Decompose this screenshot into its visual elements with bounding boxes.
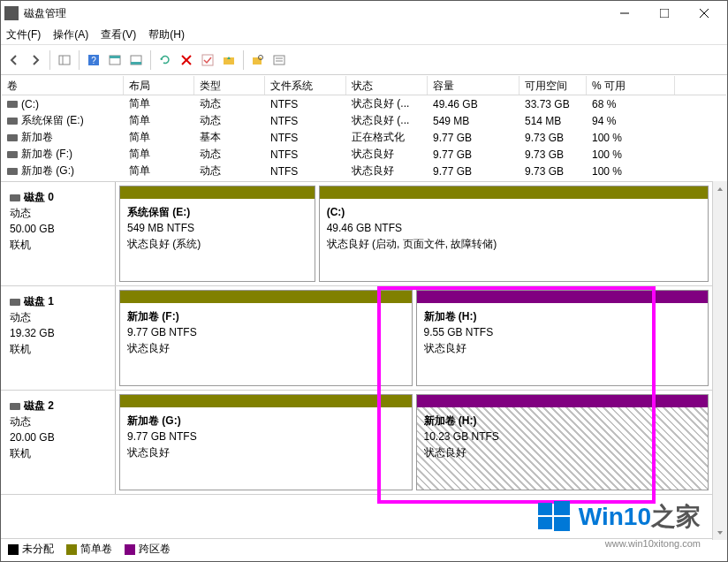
volume-color-bar [120, 291, 412, 303]
volume-color-bar [120, 186, 315, 199]
table-row[interactable]: 系统保留 (E:)简单动态NTFS状态良好 (...549 MB514 MB94… [2, 112, 726, 129]
disk-volumes: 系统保留 (E:)549 MB NTFS状态良好 (系统)(C:)49.46 G… [116, 182, 712, 285]
square-purple-icon [125, 544, 135, 555]
volume-block[interactable]: 新加卷 (H:)9.55 GB NTFS状态良好 [416, 290, 709, 386]
volume-color-bar [120, 395, 412, 407]
scroll-down-icon[interactable] [713, 525, 727, 540]
svg-rect-18 [274, 56, 284, 65]
disk-volumes: 新加卷 (G:)9.77 GB NTFS状态良好新加卷 (H:)10.23 GB… [116, 391, 712, 494]
volume-block[interactable]: 系统保留 (E:)549 MB NTFS状态良好 (系统) [119, 186, 315, 282]
svg-rect-14 [202, 55, 213, 65]
table-row[interactable]: 新加卷 (F:)简单动态NTFS状态良好9.77 GB9.73 GB100 % [2, 146, 726, 163]
table-row[interactable]: 新加卷简单基本NTFS正在格式化9.77 GB9.73 GB100 % [2, 129, 726, 146]
svg-rect-21 [538, 503, 552, 515]
volume-color-bar [320, 186, 708, 199]
forward-icon[interactable] [26, 50, 45, 70]
separator-icon [79, 50, 80, 70]
disk-row: 磁盘 1动态19.32 GB联机新加卷 (F:)9.77 GB NTFS状态良好… [1, 286, 727, 391]
disk-volumes: 新加卷 (F:)9.77 GB NTFS状态良好新加卷 (H:)9.55 GB … [116, 286, 712, 390]
folder-search-icon[interactable] [248, 50, 268, 70]
app-icon [4, 6, 19, 20]
svg-text:?: ? [91, 56, 96, 65]
volume-block[interactable]: (C:)49.46 GB NTFS状态良好 (启动, 页面文件, 故障转储) [319, 186, 709, 282]
col-free[interactable]: 可用空间 [519, 76, 587, 95]
view-bottom-icon[interactable] [126, 50, 146, 70]
volume-list: 卷 布局 类型 文件系统 状态 容量 可用空间 % 可用 (C:)简单动态NTF… [1, 75, 727, 181]
separator-icon [243, 50, 244, 70]
menu-view[interactable]: 查看(V) [101, 27, 136, 42]
volume-block[interactable]: 新加卷 (H:)10.23 GB NTFS状态良好 [416, 394, 709, 490]
legend-unallocated: 未分配 [8, 542, 54, 557]
delete-icon[interactable] [177, 50, 196, 70]
table-row[interactable]: 新加卷 (G:)简单动态NTFS状态良好9.77 GB9.73 GB100 % [2, 163, 726, 179]
svg-rect-9 [110, 56, 120, 58]
disk-row: 磁盘 2动态20.00 GB联机新加卷 (G:)9.77 GB NTFS状态良好… [1, 391, 727, 495]
menu-action[interactable]: 操作(A) [53, 27, 88, 42]
volume-color-bar [417, 291, 709, 303]
titlebar: 磁盘管理 [1, 1, 727, 26]
check-icon[interactable] [198, 50, 217, 70]
window-title: 磁盘管理 [24, 6, 604, 21]
disk-info[interactable]: 磁盘 0动态50.00 GB联机 [1, 182, 116, 285]
col-volume[interactable]: 卷 [2, 76, 124, 95]
legend-simple: 简单卷 [66, 542, 112, 557]
col-fs[interactable]: 文件系统 [265, 76, 346, 95]
col-type[interactable]: 类型 [194, 76, 265, 95]
show-hide-tree-icon[interactable] [55, 50, 74, 70]
volume-color-bar [417, 395, 709, 407]
separator-icon [49, 50, 50, 70]
col-capacity[interactable]: 容量 [428, 76, 519, 95]
volume-block[interactable]: 新加卷 (F:)9.77 GB NTFS状态良好 [119, 290, 413, 386]
scrollbar-vertical[interactable] [712, 181, 727, 540]
watermark-url: www.win10xitong.com [605, 538, 701, 549]
toolbar: ? [1, 45, 727, 75]
graphical-view: 磁盘 0动态50.00 GB联机系统保留 (E:)549 MB NTFS状态良好… [1, 181, 727, 538]
svg-rect-24 [554, 517, 570, 531]
svg-rect-22 [554, 501, 570, 515]
refresh-icon[interactable] [155, 50, 175, 70]
list-header: 卷 布局 类型 文件系统 状态 容量 可用空间 % 可用 [2, 76, 726, 95]
help-icon[interactable]: ? [84, 50, 103, 70]
table-row[interactable]: (C:)简单动态NTFS状态良好 (...49.46 GB33.73 GB68 … [2, 95, 726, 112]
close-button[interactable] [684, 1, 724, 26]
col-status[interactable]: 状态 [346, 76, 428, 95]
folder-up-icon[interactable] [219, 50, 239, 70]
menubar: 文件(F) 操作(A) 查看(V) 帮助(H) [1, 26, 727, 45]
menu-help[interactable]: 帮助(H) [148, 27, 185, 42]
svg-rect-4 [59, 56, 70, 65]
svg-rect-1 [660, 9, 669, 18]
view-top-icon[interactable] [105, 50, 125, 70]
minimize-button[interactable] [604, 1, 644, 26]
disk-info[interactable]: 磁盘 1动态19.32 GB联机 [1, 286, 116, 390]
square-olive-icon [66, 544, 77, 555]
volume-block[interactable]: 新加卷 (G:)9.77 GB NTFS状态良好 [119, 394, 413, 490]
windows-logo-icon [536, 499, 572, 535]
disk-info[interactable]: 磁盘 2动态20.00 GB联机 [1, 391, 116, 494]
square-black-icon [8, 544, 19, 555]
col-layout[interactable]: 布局 [124, 76, 194, 95]
legend-spanned: 跨区卷 [125, 542, 171, 557]
maximize-button[interactable] [644, 1, 684, 26]
svg-rect-16 [253, 57, 262, 65]
separator-icon [150, 50, 151, 70]
watermark: Win10之家 www.win10xitong.com [536, 499, 701, 535]
svg-rect-11 [131, 62, 141, 65]
svg-rect-23 [538, 517, 552, 529]
scroll-up-icon[interactable] [713, 181, 727, 196]
col-pct[interactable]: % 可用 [587, 76, 675, 95]
menu-file[interactable]: 文件(F) [6, 27, 41, 42]
settings-icon[interactable] [269, 50, 289, 70]
back-icon[interactable] [4, 50, 24, 70]
window: 磁盘管理 文件(F) 操作(A) 查看(V) 帮助(H) ? 卷 布局 [0, 0, 728, 562]
disk-row: 磁盘 0动态50.00 GB联机系统保留 (E:)549 MB NTFS状态良好… [1, 182, 727, 286]
